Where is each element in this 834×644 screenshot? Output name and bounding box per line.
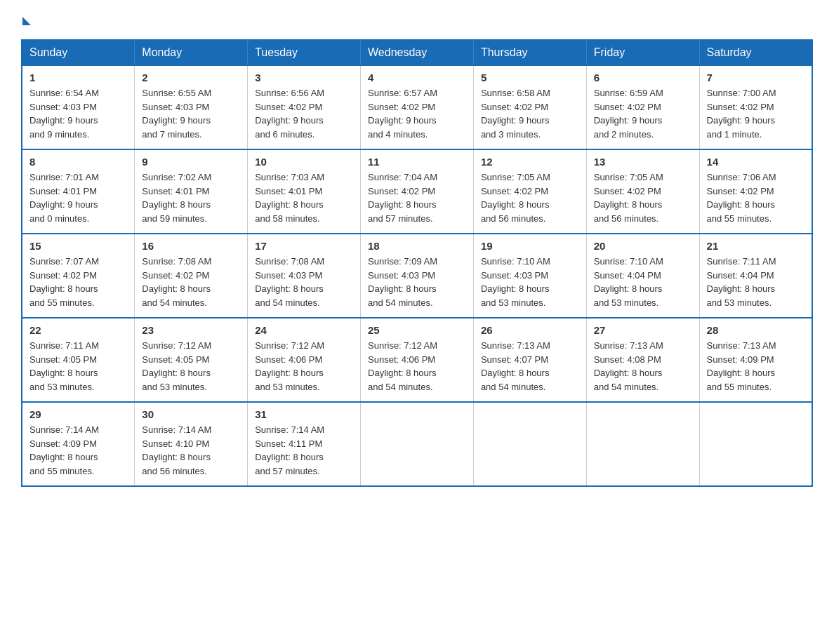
day-info: Sunrise: 7:08 AMSunset: 4:02 PMDaylight:… [142, 255, 240, 309]
day-info: Sunrise: 7:03 AMSunset: 4:01 PMDaylight:… [255, 170, 353, 225]
day-number: 18 [368, 240, 466, 252]
calendar-week-row: 15 Sunrise: 7:07 AMSunset: 4:02 PMDaylig… [22, 234, 812, 318]
calendar-cell: 16 Sunrise: 7:08 AMSunset: 4:02 PMDaylig… [135, 234, 248, 318]
day-number: 5 [481, 72, 579, 83]
day-info: Sunrise: 7:06 AMSunset: 4:02 PMDaylight:… [707, 170, 805, 225]
calendar-cell: 22 Sunrise: 7:11 AMSunset: 4:05 PMDaylig… [22, 318, 135, 402]
day-number: 7 [707, 72, 805, 83]
day-info: Sunrise: 7:08 AMSunset: 4:03 PMDaylight:… [255, 255, 353, 309]
day-number: 29 [29, 408, 127, 420]
calendar-table: SundayMondayTuesdayWednesdayThursdayFrid… [21, 39, 813, 487]
day-number: 30 [142, 408, 240, 420]
day-number: 13 [594, 156, 692, 168]
calendar-cell: 11 Sunrise: 7:04 AMSunset: 4:02 PMDaylig… [361, 149, 474, 234]
day-info: Sunrise: 7:12 AMSunset: 4:06 PMDaylight:… [255, 339, 353, 394]
day-info: Sunrise: 7:02 AMSunset: 4:01 PMDaylight:… [142, 170, 240, 225]
day-info: Sunrise: 7:11 AMSunset: 4:04 PMDaylight:… [707, 255, 805, 309]
day-of-week-header: Wednesday [361, 40, 474, 65]
day-info: Sunrise: 6:57 AMSunset: 4:02 PMDaylight:… [368, 86, 466, 141]
calendar-cell: 6 Sunrise: 6:59 AMSunset: 4:02 PMDayligh… [586, 65, 699, 149]
day-info: Sunrise: 7:12 AMSunset: 4:06 PMDaylight:… [368, 339, 466, 394]
day-info: Sunrise: 7:11 AMSunset: 4:05 PMDaylight:… [29, 339, 127, 394]
calendar-week-row: 1 Sunrise: 6:54 AMSunset: 4:03 PMDayligh… [22, 65, 812, 149]
day-info: Sunrise: 7:07 AMSunset: 4:02 PMDaylight:… [29, 255, 127, 309]
day-info: Sunrise: 7:12 AMSunset: 4:05 PMDaylight:… [142, 339, 240, 394]
calendar-cell: 1 Sunrise: 6:54 AMSunset: 4:03 PMDayligh… [22, 65, 135, 149]
day-of-week-header: Friday [586, 40, 699, 65]
day-info: Sunrise: 7:01 AMSunset: 4:01 PMDaylight:… [29, 170, 127, 225]
day-number: 3 [255, 72, 353, 83]
day-info: Sunrise: 7:00 AMSunset: 4:02 PMDaylight:… [707, 86, 805, 141]
day-info: Sunrise: 7:13 AMSunset: 4:07 PMDaylight:… [481, 339, 579, 394]
calendar-cell: 12 Sunrise: 7:05 AMSunset: 4:02 PMDaylig… [473, 149, 586, 234]
day-number: 28 [707, 324, 805, 336]
day-info: Sunrise: 7:14 AMSunset: 4:11 PMDaylight:… [255, 423, 353, 478]
day-number: 22 [29, 324, 127, 336]
day-info: Sunrise: 7:13 AMSunset: 4:08 PMDaylight:… [594, 339, 692, 394]
calendar-cell: 20 Sunrise: 7:10 AMSunset: 4:04 PMDaylig… [586, 234, 699, 318]
calendar-cell: 14 Sunrise: 7:06 AMSunset: 4:02 PMDaylig… [699, 149, 812, 234]
day-number: 23 [142, 324, 240, 336]
calendar-week-row: 22 Sunrise: 7:11 AMSunset: 4:05 PMDaylig… [22, 318, 812, 402]
calendar-week-row: 29 Sunrise: 7:14 AMSunset: 4:09 PMDaylig… [22, 402, 812, 486]
day-number: 11 [368, 156, 466, 168]
calendar-cell: 17 Sunrise: 7:08 AMSunset: 4:03 PMDaylig… [248, 234, 361, 318]
calendar-cell: 30 Sunrise: 7:14 AMSunset: 4:10 PMDaylig… [135, 402, 248, 486]
day-info: Sunrise: 6:54 AMSunset: 4:03 PMDaylight:… [29, 86, 127, 141]
calendar-cell: 8 Sunrise: 7:01 AMSunset: 4:01 PMDayligh… [22, 149, 135, 234]
day-info: Sunrise: 6:56 AMSunset: 4:02 PMDaylight:… [255, 86, 353, 141]
calendar-cell: 25 Sunrise: 7:12 AMSunset: 4:06 PMDaylig… [361, 318, 474, 402]
day-number: 25 [368, 324, 466, 336]
calendar-header-row: SundayMondayTuesdayWednesdayThursdayFrid… [22, 40, 812, 65]
calendar-cell: 3 Sunrise: 6:56 AMSunset: 4:02 PMDayligh… [248, 65, 361, 149]
calendar-cell: 23 Sunrise: 7:12 AMSunset: 4:05 PMDaylig… [135, 318, 248, 402]
calendar-week-row: 8 Sunrise: 7:01 AMSunset: 4:01 PMDayligh… [22, 149, 812, 234]
day-number: 27 [594, 324, 692, 336]
day-of-week-header: Tuesday [248, 40, 361, 65]
day-info: Sunrise: 7:10 AMSunset: 4:03 PMDaylight:… [481, 255, 579, 309]
logo-arrow-icon [22, 17, 31, 25]
day-info: Sunrise: 7:14 AMSunset: 4:09 PMDaylight:… [29, 423, 127, 478]
day-number: 4 [368, 72, 466, 83]
day-of-week-header: Sunday [22, 40, 135, 65]
calendar-cell: 24 Sunrise: 7:12 AMSunset: 4:06 PMDaylig… [248, 318, 361, 402]
calendar-cell: 29 Sunrise: 7:14 AMSunset: 4:09 PMDaylig… [22, 402, 135, 486]
day-info: Sunrise: 7:09 AMSunset: 4:03 PMDaylight:… [368, 255, 466, 309]
day-of-week-header: Monday [135, 40, 248, 65]
calendar-cell: 27 Sunrise: 7:13 AMSunset: 4:08 PMDaylig… [586, 318, 699, 402]
day-info: Sunrise: 6:55 AMSunset: 4:03 PMDaylight:… [142, 86, 240, 141]
calendar-cell: 2 Sunrise: 6:55 AMSunset: 4:03 PMDayligh… [135, 65, 248, 149]
day-number: 16 [142, 240, 240, 252]
day-number: 26 [481, 324, 579, 336]
calendar-cell: 26 Sunrise: 7:13 AMSunset: 4:07 PMDaylig… [473, 318, 586, 402]
day-number: 9 [142, 156, 240, 168]
calendar-cell: 10 Sunrise: 7:03 AMSunset: 4:01 PMDaylig… [248, 149, 361, 234]
calendar-cell [473, 402, 586, 486]
day-info: Sunrise: 7:04 AMSunset: 4:02 PMDaylight:… [368, 170, 466, 225]
calendar-cell: 31 Sunrise: 7:14 AMSunset: 4:11 PMDaylig… [248, 402, 361, 486]
calendar-cell: 9 Sunrise: 7:02 AMSunset: 4:01 PMDayligh… [135, 149, 248, 234]
calendar-cell [699, 402, 812, 486]
logo [21, 14, 31, 25]
day-number: 1 [29, 72, 127, 83]
calendar-cell: 13 Sunrise: 7:05 AMSunset: 4:02 PMDaylig… [586, 149, 699, 234]
day-number: 14 [707, 156, 805, 168]
day-info: Sunrise: 7:13 AMSunset: 4:09 PMDaylight:… [707, 339, 805, 394]
calendar-cell: 18 Sunrise: 7:09 AMSunset: 4:03 PMDaylig… [361, 234, 474, 318]
day-number: 15 [29, 240, 127, 252]
day-number: 20 [594, 240, 692, 252]
day-of-week-header: Thursday [473, 40, 586, 65]
calendar-cell: 15 Sunrise: 7:07 AMSunset: 4:02 PMDaylig… [22, 234, 135, 318]
day-info: Sunrise: 7:10 AMSunset: 4:04 PMDaylight:… [594, 255, 692, 309]
calendar-cell: 4 Sunrise: 6:57 AMSunset: 4:02 PMDayligh… [361, 65, 474, 149]
day-number: 10 [255, 156, 353, 168]
day-of-week-header: Saturday [699, 40, 812, 65]
day-number: 21 [707, 240, 805, 252]
day-info: Sunrise: 7:05 AMSunset: 4:02 PMDaylight:… [481, 170, 579, 225]
day-info: Sunrise: 7:14 AMSunset: 4:10 PMDaylight:… [142, 423, 240, 478]
day-number: 2 [142, 72, 240, 83]
day-number: 24 [255, 324, 353, 336]
day-number: 12 [481, 156, 579, 168]
calendar-cell: 21 Sunrise: 7:11 AMSunset: 4:04 PMDaylig… [699, 234, 812, 318]
day-number: 8 [29, 156, 127, 168]
